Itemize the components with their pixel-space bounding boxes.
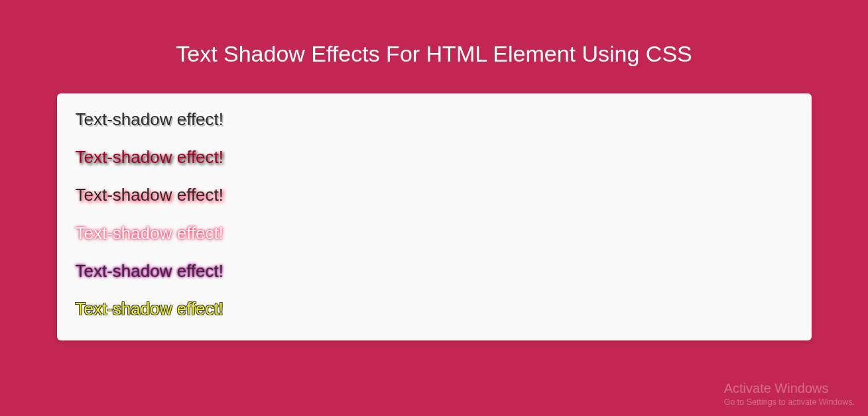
watermark-title: Activate Windows	[724, 381, 855, 396]
page-title: Text Shadow Effects For HTML Element Usi…	[0, 41, 868, 67]
text-shadow-example-5: Text-shadow effect!	[76, 261, 793, 282]
text-shadow-example-2: Text-shadow effect!	[76, 147, 793, 168]
text-shadow-example-4: Text-shadow effect!	[76, 223, 793, 244]
text-shadow-example-3: Text-shadow effect!	[76, 185, 793, 205]
watermark-subtitle: Go to Settings to activate Windows.	[724, 397, 855, 407]
text-shadow-example-6: Text-shadow effect!	[76, 299, 793, 319]
demo-card: Text-shadow effect! Text-shadow effect! …	[57, 93, 812, 340]
windows-activation-watermark: Activate Windows Go to Settings to activ…	[724, 381, 855, 407]
text-shadow-example-1: Text-shadow effect!	[76, 109, 793, 130]
